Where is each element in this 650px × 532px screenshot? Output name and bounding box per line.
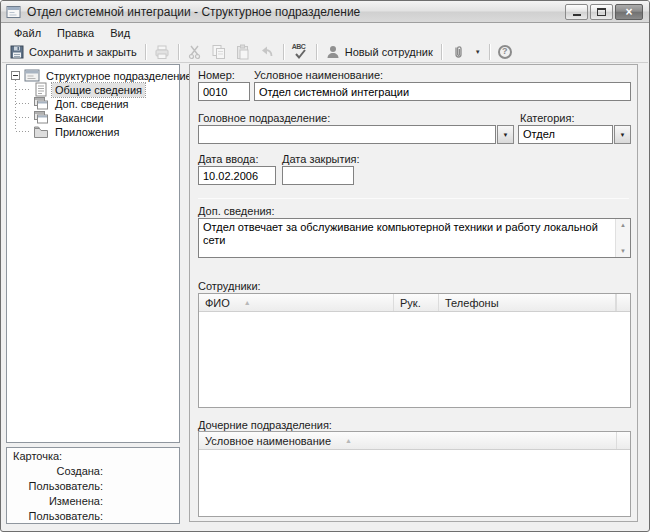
tree-connector: [16, 103, 31, 104]
paste-icon: [235, 44, 251, 60]
new-employee-icon: [325, 44, 341, 60]
print-icon: [154, 44, 170, 60]
chevron-down-icon[interactable]: ▼: [475, 49, 481, 55]
help-button[interactable]: ?: [494, 42, 516, 62]
tree-item-additional-info[interactable]: Доп. сведения: [33, 96, 132, 111]
parent-unit-label: Головное подразделение:: [198, 112, 330, 124]
column-header-name[interactable]: Условное наименование ▲: [199, 432, 616, 449]
card-panel: Карточка: Создана: Пользователь: Изменен…: [6, 447, 180, 524]
column-header-fio[interactable]: ФИО ▲: [199, 294, 394, 311]
cascade-windows-icon: [33, 110, 49, 125]
title-bar[interactable]: Отдел системной интеграции - Структурное…: [1, 1, 649, 23]
toolbar-separator: [489, 44, 490, 60]
tree-connector: [16, 117, 31, 118]
sort-asc-icon: ▲: [244, 299, 251, 306]
tree-connector: [16, 131, 31, 132]
tree-collapse-toggle[interactable]: [11, 71, 20, 80]
tree-item-label: Доп. сведения: [52, 97, 132, 111]
toolbar-separator: [441, 44, 442, 60]
window-title: Отдел системной интеграции - Структурное…: [27, 5, 565, 19]
minimize-icon: [573, 14, 581, 16]
card-field-user: Пользователь:: [13, 480, 103, 492]
children-label: Дочерние подразделения:: [198, 419, 332, 431]
category-label: Категория:: [520, 112, 574, 124]
notes-scrollbar[interactable]: ▲ ▼: [615, 219, 630, 257]
maximize-button[interactable]: [590, 4, 613, 20]
menu-edit[interactable]: Правка: [49, 26, 102, 40]
card-field-modified: Изменена:: [13, 495, 103, 507]
date-created-field[interactable]: [198, 166, 276, 185]
window-controls: ×: [565, 4, 643, 20]
undo-icon: [259, 44, 275, 60]
sort-asc-icon: ▲: [345, 437, 352, 444]
chevron-down-icon: ▼: [503, 132, 509, 138]
date-created-label: Дата ввода:: [198, 153, 258, 165]
parent-unit-combobox[interactable]: ▼: [198, 125, 514, 144]
tree-item-attachments[interactable]: Приложения: [33, 124, 122, 139]
number-field[interactable]: [198, 82, 250, 101]
save-icon: [9, 44, 25, 60]
cut-button: [183, 42, 207, 62]
app-icon: [6, 5, 21, 19]
parent-unit-dropdown-button[interactable]: ▼: [497, 125, 514, 144]
copy-icon: [211, 44, 227, 60]
paste-button: [231, 42, 255, 62]
children-table: Условное наименование ▲: [198, 431, 631, 517]
category-dropdown-button[interactable]: ▼: [614, 125, 631, 144]
employees-label: Сотрудники:: [198, 280, 261, 292]
menu-bar: Файл Правка Вид: [2, 24, 648, 41]
category-value[interactable]: Отдел: [518, 125, 613, 144]
children-table-body[interactable]: [199, 450, 630, 516]
menu-file[interactable]: Файл: [6, 26, 49, 40]
toolbar: Сохранить и закрыть: [2, 41, 648, 63]
folder-icon: [33, 124, 49, 139]
toolbar-separator: [316, 44, 317, 60]
cascade-windows-icon: [33, 96, 49, 111]
tree-item-label: Приложения: [52, 125, 122, 139]
name-field[interactable]: [254, 82, 631, 101]
form-window-icon: [24, 69, 40, 82]
spellcheck-button[interactable]: ABC: [288, 42, 312, 62]
column-header-spacer: [616, 294, 630, 311]
notes-value[interactable]: Отдел отвечает за обслуживание компьютер…: [199, 219, 615, 257]
card-title: Карточка:: [13, 450, 62, 462]
minimize-button[interactable]: [565, 4, 588, 20]
print-button: [150, 42, 174, 62]
undo-button: [255, 42, 279, 62]
column-header-phones[interactable]: Телефоны: [439, 294, 616, 311]
new-employee-label: Новый сотрудник: [345, 46, 433, 58]
column-header-spacer: [616, 432, 630, 449]
client-area: Структурное подразделение Общие сведения: [2, 64, 648, 530]
tree-item-label: Вакансии: [52, 111, 107, 125]
column-header-ruk[interactable]: Рук.: [394, 294, 439, 311]
tree-root-structural-unit[interactable]: Структурное подразделение: [24, 68, 195, 83]
document-icon: [33, 82, 49, 97]
parent-unit-value[interactable]: [198, 125, 496, 144]
toolbar-separator: [283, 44, 284, 60]
scroll-up-icon[interactable]: ▲: [620, 222, 626, 228]
close-button[interactable]: ×: [615, 4, 643, 20]
tree-item-general-info[interactable]: Общие сведения: [33, 82, 145, 97]
category-combobox[interactable]: Отдел ▼: [518, 125, 631, 144]
scroll-down-icon[interactable]: ▼: [620, 248, 626, 254]
close-icon: ×: [625, 5, 632, 19]
attachment-button[interactable]: ▼: [446, 42, 485, 62]
attachment-icon: [450, 44, 466, 60]
card-field-user: Пользователь:: [13, 510, 103, 522]
tree-item-label: Общие сведения: [52, 83, 145, 97]
new-employee-button[interactable]: Новый сотрудник: [321, 42, 437, 62]
date-closed-field[interactable]: [282, 166, 354, 185]
employees-table: ФИО ▲ Рук. Телефоны: [198, 293, 631, 408]
employees-table-body[interactable]: [199, 312, 630, 407]
maximize-icon: [597, 8, 606, 16]
save-close-button[interactable]: Сохранить и закрыть: [5, 42, 141, 62]
tree-connector: [16, 89, 31, 90]
chevron-down-icon: ▼: [620, 132, 626, 138]
tree-root-label: Структурное подразделение: [43, 69, 195, 83]
notes-textarea[interactable]: Отдел отвечает за обслуживание компьютер…: [198, 218, 631, 258]
tree-item-vacancies[interactable]: Вакансии: [33, 110, 107, 125]
name-label: Условное наименование:: [254, 69, 383, 81]
menu-view[interactable]: Вид: [102, 26, 138, 40]
tree-connector: [15, 80, 16, 131]
cut-icon: [187, 44, 203, 60]
